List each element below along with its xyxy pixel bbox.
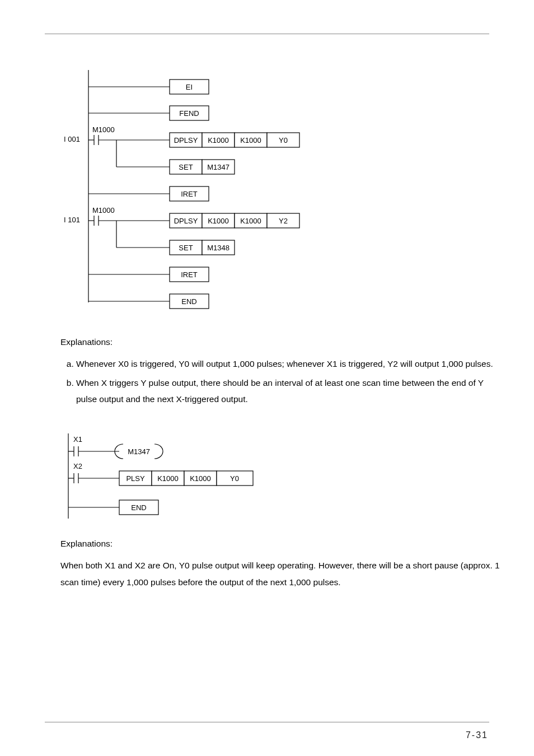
explanations-block-2: Explanations: When both X1 and X2 are On… xyxy=(60,535,500,590)
svg-text:M1347: M1347 xyxy=(207,163,229,171)
top-horizontal-rule xyxy=(45,34,489,34)
svg-text:DPLSY: DPLSY xyxy=(174,136,198,144)
bottom-horizontal-rule xyxy=(45,722,489,722)
explanation-paragraph: When both X1 and X2 are On, Y0 pulse out… xyxy=(60,557,500,590)
svg-text:K1000: K1000 xyxy=(190,474,211,483)
instruction-fend: FEND xyxy=(179,109,199,118)
instruction-iret-2: IRET xyxy=(181,270,198,279)
explanation-item-b: When X triggers Y pulse output, there sh… xyxy=(76,375,500,408)
explanations-heading-1: Explanations: xyxy=(60,334,500,350)
contact-x1: X1 xyxy=(73,435,82,444)
svg-text:Y2: Y2 xyxy=(279,217,288,225)
contact-m1000-2: M1000 xyxy=(92,206,115,214)
page: EI FEND I 001 M1000 DPLSY K1000 K1000 Y0… xyxy=(0,0,534,756)
interrupt-label-i101: I 101 xyxy=(64,216,80,224)
page-number: 7-31 xyxy=(466,730,488,740)
interrupt-label-i001: I 001 xyxy=(64,135,80,143)
instruction-end-1: END xyxy=(181,297,196,306)
ladder-diagram-2: X1 M1347 X2 PLSY K1000 K1000 Y0 END xyxy=(60,429,318,527)
svg-text:Y0: Y0 xyxy=(230,474,239,483)
coil-m1347: M1347 xyxy=(128,447,150,456)
contact-x2: X2 xyxy=(73,462,82,470)
instruction-iret-1: IRET xyxy=(181,190,198,198)
svg-text:PLSY: PLSY xyxy=(126,474,145,483)
svg-text:SET: SET xyxy=(179,244,193,252)
svg-text:K1000: K1000 xyxy=(208,136,229,144)
svg-text:M1348: M1348 xyxy=(207,244,229,252)
svg-text:K1000: K1000 xyxy=(157,474,179,483)
explanations-block-1: Explanations: Whenever X0 is triggered, … xyxy=(60,334,500,410)
svg-text:SET: SET xyxy=(179,163,193,171)
svg-text:Y0: Y0 xyxy=(279,136,288,144)
explanation-item-a: Whenever X0 is triggered, Y0 will output… xyxy=(76,356,500,372)
instruction-end-2: END xyxy=(131,503,146,512)
ladder-diagram-1: EI FEND I 001 M1000 DPLSY K1000 K1000 Y0… xyxy=(60,62,374,314)
svg-text:K1000: K1000 xyxy=(240,136,261,144)
contact-m1000-1: M1000 xyxy=(92,125,115,134)
explanations-heading-2: Explanations: xyxy=(60,535,500,552)
svg-text:K1000: K1000 xyxy=(208,217,229,225)
instruction-ei: EI xyxy=(186,83,193,91)
svg-text:DPLSY: DPLSY xyxy=(174,217,198,225)
svg-text:K1000: K1000 xyxy=(240,217,261,225)
